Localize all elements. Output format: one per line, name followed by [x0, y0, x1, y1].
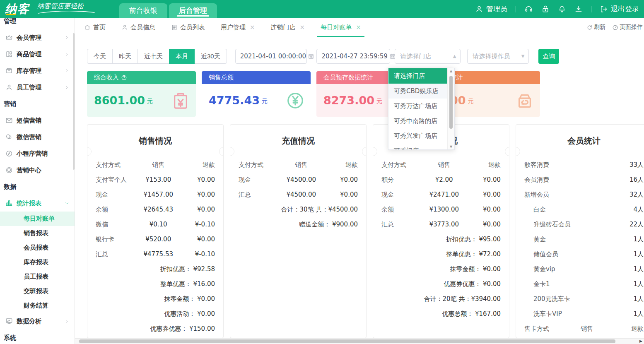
topbar-divider — [516, 6, 516, 12]
member-stat-value: 1人 — [633, 295, 644, 303]
chevron-down-icon — [64, 201, 69, 206]
panel-notch-right — [219, 147, 224, 156]
sidebar-item-label: 商品管理 — [17, 51, 41, 58]
operator-select[interactable]: 请选择操作员 ▼ — [467, 49, 529, 64]
page: 今天昨天近七天本月近30天 2021-04-01 00:00:00 - 2021… — [75, 49, 644, 338]
member-stat-row: 散客消费33人 — [524, 157, 644, 172]
sidebar-subitem[interactable]: 库存报表 — [0, 255, 75, 269]
store-option[interactable]: 可秀中南路的店 — [388, 113, 448, 128]
scroll-right-icon[interactable]: ▶ — [639, 339, 642, 343]
sidebar-item[interactable]: 营销中心 — [0, 162, 75, 178]
member-stat-value: 22人 — [630, 221, 644, 229]
tab-会员信息[interactable]: 会员信息 — [121, 18, 155, 37]
report-panel: 销售情况支付方式销售退款支付宝个人¥153.00¥0.00现金¥1457.00¥… — [87, 124, 224, 338]
tab-连锁门店[interactable]: 连锁门店× — [271, 18, 305, 37]
store-option[interactable]: 可秀万达广场店 — [388, 99, 448, 113]
horizontal-scrollbar[interactable]: ▶ — [75, 338, 644, 344]
tab-首页[interactable]: 首页 — [84, 18, 106, 37]
notifications-icon[interactable] — [558, 5, 566, 13]
date-to-input[interactable]: 2021-04-27 23:59:59 — [316, 49, 390, 64]
range-button[interactable]: 今天 — [87, 49, 113, 64]
panel-notch-right — [505, 147, 509, 156]
store-select[interactable]: 请选择门店 ▲ — [395, 49, 461, 64]
store-option[interactable]: 可秀CBD娱乐店 — [388, 84, 448, 99]
panel-cell-label: 汇总 — [381, 221, 422, 229]
stat-card-title: 销售总额 — [209, 74, 234, 82]
member-stat-value: 1人 — [633, 310, 644, 318]
sidebar-item[interactable]: 微信营销 — [0, 129, 75, 145]
action-label: 页面操作 — [620, 24, 643, 31]
member-stat-value: 16人 — [630, 176, 644, 184]
store-option[interactable]: 请选择门店 — [388, 68, 448, 84]
store-option[interactable]: 可秀兴发广场店 — [388, 128, 448, 143]
panel-cell-label: 汇总 — [96, 250, 136, 258]
tab-label: 会员信息 — [130, 24, 155, 31]
support-icon[interactable] — [524, 5, 533, 13]
sidebar-subitem[interactable]: 财务结算 — [0, 298, 75, 313]
dropdown-scrollbar-thumb[interactable] — [449, 76, 453, 129]
panel-cell-refund: ¥0.00 — [323, 191, 358, 198]
dropdown-scrollbar[interactable]: ▲▼ — [447, 68, 454, 149]
range-button[interactable]: 近30天 — [194, 49, 227, 64]
sidebar-item[interactable]: 员工管理 — [0, 79, 75, 96]
logout-button[interactable]: 退出登录 — [600, 4, 639, 14]
horizontal-scrollbar-thumb[interactable] — [79, 339, 615, 343]
tab-用户管理[interactable]: 用户管理× — [221, 18, 255, 37]
sidebar-item[interactable]: 库存管理 — [0, 63, 75, 79]
date-from-input[interactable]: 2021-04-01 00:00:00 — [235, 49, 307, 64]
sidebar-item[interactable]: 短信营销 — [0, 112, 75, 129]
tab-会员列表[interactable]: 会员列表 — [171, 18, 205, 37]
sidebar-subitem[interactable]: 交班报表 — [0, 284, 75, 298]
mode-tab[interactable]: 后台管理 — [169, 3, 217, 18]
close-icon[interactable]: × — [300, 24, 305, 31]
brand-logo: 纳客 — [5, 0, 30, 18]
lock-icon[interactable] — [541, 5, 550, 13]
panel-cell-sale: 销售 — [279, 161, 323, 169]
close-icon[interactable]: × — [356, 24, 361, 31]
page-actions[interactable]: 页面操作 — [612, 24, 643, 31]
sidebar-scrollbar[interactable] — [73, 33, 75, 170]
panel-header-row: 支付方式销售退款 — [96, 157, 215, 172]
monitor-icon — [5, 318, 13, 325]
panel-row: 余额¥1300.00¥0.00 — [381, 202, 501, 217]
sidebar-subitem[interactable]: 会员报表 — [0, 241, 75, 255]
member-stat-value: 4人 — [633, 206, 644, 214]
store-select-placeholder: 请选择门店 — [400, 53, 431, 60]
sidebar-item[interactable]: 统计报表 — [0, 195, 75, 212]
date-to-value: 2021-04-27 23:59:59 — [321, 53, 387, 60]
sidebar-item[interactable]: 数据分析 — [0, 313, 75, 330]
range-button[interactable]: 近七天 — [137, 49, 169, 64]
caret-down-icon: ▼ — [521, 54, 525, 58]
logout-icon — [600, 5, 608, 13]
tab-label: 每日对账单 — [321, 24, 352, 31]
panel-cell-label: 汇总 — [239, 191, 279, 199]
sidebar-subitem[interactable]: 销售报表 — [0, 226, 75, 241]
mode-tab[interactable]: 前台收银 — [119, 3, 167, 18]
panel-cell-sale: ¥2645.43 — [136, 206, 181, 213]
sidebar-subitem[interactable]: 每日对账单 — [0, 212, 75, 226]
home-icon — [84, 24, 91, 31]
sidebar-item[interactable]: 小程序营销 — [0, 145, 75, 162]
panel-summary-line: 折扣优惠： ¥95.00 — [381, 232, 501, 247]
scroll-down-icon[interactable]: ▼ — [448, 145, 454, 149]
download-icon[interactable] — [574, 5, 583, 13]
tab-每日对账单[interactable]: 每日对账单× — [321, 18, 361, 37]
sidebar-item[interactable]: 会员管理 — [0, 29, 75, 46]
mode-switch-nav: 前台收银后台管理 — [119, 3, 217, 18]
user-menu[interactable]: 管理员 — [475, 4, 507, 14]
search-button[interactable]: 查询 — [538, 49, 559, 64]
sidebar-subitem[interactable]: 员工报表 — [0, 269, 75, 284]
panel-cell-sale: ¥2471.00 — [422, 191, 466, 198]
range-button[interactable]: 本月 — [169, 49, 195, 64]
chevron-right-icon — [64, 52, 69, 57]
sidebar-item[interactable]: 商品管理 — [0, 46, 75, 63]
store-option[interactable]: 可秀门店 — [388, 143, 448, 150]
scroll-up-icon[interactable]: ▲ — [448, 69, 454, 73]
person-icon — [5, 84, 13, 91]
refresh-action[interactable]: 刷新 — [586, 24, 605, 31]
close-icon[interactable]: × — [250, 24, 255, 31]
topbar-right: 管理员 退出登录 — [475, 4, 639, 14]
panel-summary-line: 优惠总额： ¥167.00 — [381, 306, 501, 321]
range-button[interactable]: 昨天 — [112, 49, 138, 64]
panel-header-row: 售卡方式销售退款 — [524, 321, 644, 336]
